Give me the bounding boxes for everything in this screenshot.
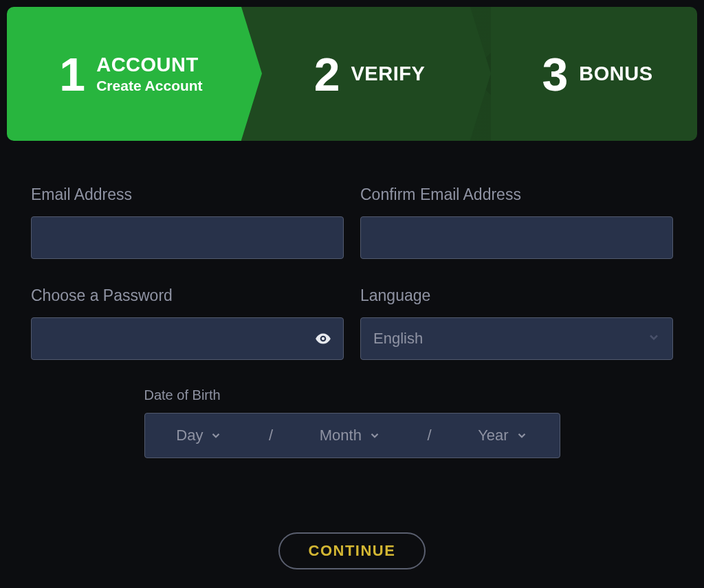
password-input[interactable] <box>31 317 344 360</box>
step-title: ACCOUNT <box>96 54 202 76</box>
chevron-down-icon <box>516 429 528 442</box>
chevron-down-icon <box>368 429 381 442</box>
step-number: 3 <box>542 51 568 98</box>
step-title: BONUS <box>579 63 652 85</box>
step-title: VERIFY <box>351 63 426 85</box>
dob-year-text: Year <box>478 427 508 444</box>
step-subtitle: Create Account <box>96 78 202 94</box>
language-label: Language <box>360 286 673 305</box>
registration-form: Email Address Confirm Email Address Choo… <box>0 141 704 569</box>
dob-month-text: Month <box>320 427 362 444</box>
confirm-email-label: Confirm Email Address <box>360 185 673 204</box>
step-verify[interactable]: 2 VERIFY <box>241 7 470 141</box>
dob-separator: / <box>269 427 273 444</box>
step-account[interactable]: 1 ACCOUNT Create Account <box>7 7 241 141</box>
step-number: 1 <box>59 51 85 98</box>
password-label: Choose a Password <box>31 286 344 305</box>
progress-stepper: 1 ACCOUNT Create Account 2 VERIFY 3 BONU… <box>7 7 697 141</box>
dob-separator: / <box>427 427 431 444</box>
email-label: Email Address <box>31 185 344 204</box>
chevron-down-icon <box>210 429 222 442</box>
show-password-icon[interactable] <box>314 329 333 348</box>
dob-row: Day / Month / Year <box>144 413 560 458</box>
language-select[interactable]: English <box>360 317 673 360</box>
language-value: English <box>373 330 423 348</box>
dob-day-text: Day <box>176 427 203 444</box>
dob-day-select[interactable]: Day <box>176 427 222 444</box>
continue-button[interactable]: CONTINUE <box>278 532 426 569</box>
dob-year-select[interactable]: Year <box>478 427 527 444</box>
confirm-email-input[interactable] <box>360 216 673 259</box>
step-number: 2 <box>314 51 340 98</box>
email-input[interactable] <box>31 216 344 259</box>
dob-label: Date of Birth <box>144 387 560 403</box>
dob-month-select[interactable]: Month <box>320 427 381 444</box>
step-bonus[interactable]: 3 BONUS <box>470 7 697 141</box>
